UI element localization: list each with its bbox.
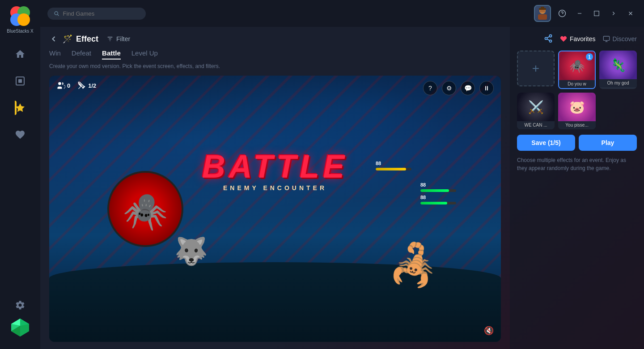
filter-icon — [106, 35, 114, 43]
effect-card-oh-my-god[interactable]: 🦎 Oh my god — [599, 51, 637, 89]
star-icon — [15, 102, 25, 113]
sidebar-nav — [15, 43, 25, 317]
app-name-label: BlueStacks X — [7, 29, 33, 34]
maximize-button[interactable] — [590, 7, 603, 20]
spiderman-circle: 🕷️ — [107, 171, 183, 247]
effect-card-you-pissed[interactable]: 🐷 You pisse... — [558, 93, 596, 129]
right-panel: Favorites Discover + — [510, 27, 644, 349]
spiderman-figure: 🕷️ — [123, 193, 168, 229]
sidebar-item-store[interactable] — [15, 69, 25, 93]
hud-chat-button[interactable]: 💬 — [461, 81, 475, 95]
tab-defeat[interactable]: Defeat — [72, 49, 91, 60]
effect-thumb-dark: ⚔️ — [517, 93, 555, 121]
svg-rect-18 — [541, 7, 544, 9]
hp-track-1 — [376, 168, 411, 170]
hud-gear-button[interactable]: ⚙ — [442, 81, 456, 95]
minimize-icon — [576, 10, 583, 17]
effect-card-spidey[interactable]: 🕷️ 1 Do you w — [558, 51, 596, 89]
search-icon — [54, 10, 59, 17]
boss-creature: 🦂 — [388, 242, 438, 289]
heart-icon — [15, 129, 25, 140]
right-tab-favorites-label: Favorites — [570, 35, 596, 43]
svg-line-33 — [547, 36, 550, 38]
gem-icon — [9, 317, 31, 338]
maximize-icon — [593, 10, 600, 17]
right-tab-favorites[interactable]: Favorites — [560, 35, 596, 44]
event-tabs: Win Defeat Battle Level Up — [49, 49, 501, 60]
hp-label-2: 88 — [420, 182, 456, 187]
sidebar-item-favorites[interactable] — [15, 123, 25, 146]
close-icon — [627, 10, 634, 17]
hp-track-2 — [420, 189, 456, 192]
play-button[interactable]: Play — [579, 135, 637, 151]
help-button[interactable] — [555, 7, 569, 20]
sidebar-item-mods[interactable] — [15, 96, 25, 119]
right-tab-discover-label: Discover — [613, 35, 637, 43]
avatar-icon — [535, 6, 550, 21]
forward-icon — [610, 10, 617, 17]
tab-win[interactable]: Win — [49, 49, 61, 60]
hud-top-left: 0 1/2 — [56, 81, 96, 90]
search-box[interactable] — [47, 8, 146, 20]
effects-grid: + 🕷️ 1 Do you w 🦎 Oh my god — [517, 51, 637, 129]
svg-point-3 — [17, 13, 30, 26]
right-tab-discover[interactable]: Discover — [603, 35, 637, 44]
pink-thumb-icon: 🐷 — [569, 100, 585, 115]
sidebar-item-settings[interactable] — [15, 294, 25, 317]
hp-bar-1: 88 — [376, 161, 411, 170]
tab-battle[interactable]: Battle — [102, 49, 121, 60]
people-icon — [56, 81, 65, 90]
sidebar: BlueStacks X — [0, 0, 40, 349]
svg-rect-5 — [18, 79, 22, 83]
search-input[interactable] — [63, 10, 140, 17]
add-effect-card[interactable]: + — [517, 51, 555, 86]
right-panel-tabs: Favorites Discover — [517, 34, 637, 45]
effect-thumb-pink: 🐷 — [558, 93, 596, 121]
svg-line-13 — [58, 14, 59, 16]
avatar-button[interactable] — [534, 5, 551, 22]
hud-people-count: 0 — [67, 82, 70, 89]
effect-label-oh-my-god: Oh my god — [599, 79, 637, 87]
swords-icon — [77, 81, 86, 90]
hud-pause-button[interactable]: ⏸ — [479, 81, 494, 95]
tab-levelup[interactable]: Level Up — [131, 49, 158, 60]
hud-help-button[interactable]: ? — [423, 81, 437, 95]
enemy-encounter-text: ENEMY ENCOUNTER — [202, 184, 348, 192]
hp-bar-3: 88 — [420, 195, 456, 204]
share-button[interactable] — [544, 34, 553, 45]
store-icon — [15, 76, 25, 86]
gear-icon — [15, 300, 25, 311]
sidebar-bottom — [9, 317, 31, 344]
svg-rect-16 — [540, 10, 545, 13]
topbar — [40, 0, 644, 27]
health-bars-2: 88 88 — [420, 182, 456, 207]
hud-swords: 1/2 — [77, 81, 96, 90]
volume-button[interactable]: 🔇 — [484, 326, 494, 336]
hp-label-1: 88 — [376, 161, 411, 166]
forward-button[interactable] — [607, 7, 620, 20]
filter-button[interactable]: Filter — [106, 35, 130, 43]
favorites-heart-icon — [560, 35, 567, 43]
hud-top-right: ? ⚙ 💬 ⏸ — [423, 81, 494, 95]
back-button[interactable] — [49, 34, 58, 43]
main-content: 🪄 Effect Filter Win Defeat Battle Lev — [40, 0, 644, 349]
battle-preview: 0 1/2 — [49, 76, 501, 342]
effect-badge-spidey: 1 — [586, 53, 593, 60]
hint-text: Choose multiple effects for an event. En… — [517, 156, 637, 172]
save-button[interactable]: Save (1/5) — [517, 135, 575, 151]
effect-thumb-spidey: 🕷️ 1 — [559, 51, 595, 80]
hp-fill-2 — [420, 189, 449, 192]
page-title-area: 🪄 Effect — [63, 34, 98, 44]
close-button[interactable] — [624, 7, 637, 20]
hp-bar-2: 88 — [420, 182, 456, 192]
hp-track-3 — [420, 202, 456, 204]
monster-wolf: 🐺 — [174, 235, 208, 267]
boss-figure: 🦂 — [388, 242, 438, 289]
effect-card-we-can[interactable]: ⚔️ WE CAN ... — [517, 93, 555, 129]
topbar-right — [534, 5, 637, 22]
sidebar-item-home[interactable] — [15, 43, 25, 66]
content-area: 🪄 Effect Filter Win Defeat Battle Lev — [40, 27, 644, 349]
svg-rect-34 — [603, 36, 609, 40]
minimize-button[interactable] — [573, 7, 586, 20]
dark-thumb-icon: ⚔️ — [528, 100, 544, 115]
